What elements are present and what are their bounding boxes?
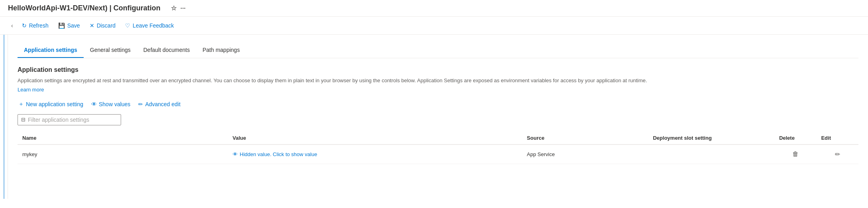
tab-default-documents[interactable]: Default documents [137,43,196,58]
discard-icon: ✕ [90,22,94,29]
table-header-row: Name Value Source Deployment slot settin… [18,132,858,145]
page-title: HelloWorldApi-W1-DEV/Next) | Configurati… [8,4,161,12]
toolbar: ‹ ↻ Refresh 💾 Save ✕ Discard ♡ Leave Fee… [0,17,868,35]
column-header-delete: Delete [774,132,817,145]
filter-container: ⊟ [18,114,858,125]
title-bar: HelloWorldApi-W1-DEV/Next) | Configurati… [0,0,868,17]
discard-label: Discard [97,22,116,29]
show-values-button[interactable]: 👁 Show values [90,99,131,109]
discard-button[interactable]: ✕ Discard [86,20,120,31]
row-name: mykey [18,145,228,164]
content-area: Application settings General settings De… [8,35,868,199]
column-header-value: Value [228,132,522,145]
sidebar-line [3,35,5,199]
leave-feedback-label: Leave Feedback [133,22,174,29]
tab-application-settings[interactable]: Application settings [18,43,84,58]
settings-table: Name Value Source Deployment slot settin… [18,132,858,164]
plus-icon: ＋ [18,101,24,108]
save-label: Save [67,22,80,29]
row-edit-cell: ✏ [816,145,858,164]
eye-icon: 👁 [233,151,238,157]
feedback-icon: ♡ [125,22,130,29]
column-header-source: Source [522,132,649,145]
row-source: App Service [522,145,649,164]
edit-row-button[interactable]: ✏ [833,149,842,160]
filter-input-wrapper: ⊟ [18,114,121,125]
column-header-deployment-slot: Deployment slot setting [648,132,774,145]
more-icon[interactable]: ··· [180,5,186,12]
refresh-button[interactable]: ↻ Refresh [18,20,53,31]
star-icon[interactable]: ☆ [171,4,176,12]
column-header-edit: Edit [816,132,858,145]
eye-icon: 👁 [91,101,97,107]
section-description: Application settings are encrypted at re… [18,77,858,85]
sidebar [0,35,8,199]
refresh-icon: ↻ [22,22,27,29]
collapse-button[interactable]: ‹ [8,20,16,31]
learn-more-link[interactable]: Learn more [18,87,44,93]
main-content: Application settings General settings De… [0,35,868,199]
delete-row-button[interactable]: 🗑 [791,149,800,159]
row-deployment-slot [648,145,774,164]
column-header-name: Name [18,132,228,145]
filter-icon: ⊟ [21,117,25,123]
row-delete-cell: 🗑 [774,145,817,164]
tab-general-settings[interactable]: General settings [84,43,137,58]
advanced-edit-button[interactable]: ✏ Advanced edit [137,99,181,109]
tab-path-mappings[interactable]: Path mappings [196,43,246,58]
tabs-container: Application settings General settings De… [18,43,858,58]
refresh-label: Refresh [29,22,49,29]
hidden-value-link[interactable]: 👁 Hidden value. Click to show value [233,151,517,157]
new-application-setting-button[interactable]: ＋ New application setting [18,99,84,109]
row-value: 👁 Hidden value. Click to show value [228,145,522,164]
section-title: Application settings [18,66,858,73]
action-bar: ＋ New application setting 👁 Show values … [18,99,858,109]
filter-input[interactable] [28,117,118,123]
save-icon: 💾 [58,22,65,29]
pencil-icon: ✏ [138,101,143,107]
save-button[interactable]: 💾 Save [54,20,84,31]
table-row: mykey 👁 Hidden value. Click to show valu… [18,145,858,164]
leave-feedback-button[interactable]: ♡ Leave Feedback [121,20,178,31]
